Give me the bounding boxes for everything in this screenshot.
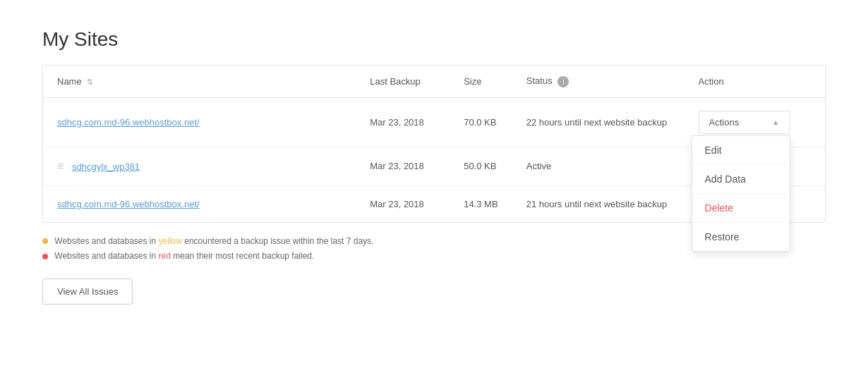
actions-dropdown-wrapper: Actions ▲ Edit Add Data Delete Restore: [699, 111, 790, 134]
view-all-issues-button[interactable]: View All Issues: [42, 278, 133, 305]
action-cell: Actions ▲ Edit Add Data Delete Restore: [685, 97, 825, 147]
col-header-action: Action: [685, 66, 825, 97]
drag-handle-icon[interactable]: ≡: [57, 160, 64, 172]
status-info-icon[interactable]: i: [557, 76, 569, 87]
status-cell: 22 hours until next website backup: [512, 97, 685, 147]
status-cell: Active: [512, 147, 685, 185]
site-name-cell: ≡ sdhcgylx_wp381: [43, 147, 356, 185]
site-name-cell: sdhcg.com.md-96.webhostbox.net/: [43, 97, 356, 147]
site-link[interactable]: sdhcg.com.md-96.webhostbox.net/: [57, 199, 200, 209]
table-row: sdhcg.com.md-96.webhostbox.net/ Mar 23, …: [43, 97, 825, 147]
col-header-name: Name ⇅: [43, 66, 356, 97]
size-cell: 50.0 KB: [450, 147, 512, 185]
page-title: My Sites: [42, 28, 826, 51]
page-container: My Sites Name ⇅ Last Backup Size Status …: [0, 0, 868, 333]
col-header-backup: Last Backup: [356, 66, 450, 97]
sort-icon[interactable]: ⇅: [87, 78, 93, 87]
status-cell: 21 hours until next website backup: [512, 185, 685, 222]
sites-table-container: Name ⇅ Last Backup Size Status i Action: [42, 65, 826, 223]
col-header-status: Status i: [512, 66, 685, 97]
chevron-up-icon: ▲: [772, 118, 780, 126]
dropdown-item-delete[interactable]: Delete: [692, 194, 790, 223]
backup-date-cell: Mar 23, 2018: [356, 147, 450, 185]
site-link[interactable]: sdhcg.com.md-96.webhostbox.net/: [57, 117, 200, 128]
col-header-size: Size: [450, 66, 512, 97]
red-text: red: [159, 251, 171, 261]
site-name-cell: sdhcg.com.md-96.webhostbox.net/: [43, 185, 356, 222]
backup-date-cell: Mar 23, 2018: [356, 97, 450, 147]
dropdown-item-restore[interactable]: Restore: [692, 223, 790, 251]
red-dot-icon: [42, 254, 48, 259]
yellow-dot-icon: [42, 238, 48, 244]
site-link[interactable]: sdhcgylx_wp381: [72, 161, 140, 172]
dropdown-item-add-data[interactable]: Add Data: [692, 165, 790, 194]
size-cell: 70.0 KB: [450, 97, 512, 147]
sites-table: Name ⇅ Last Backup Size Status i Action: [43, 66, 825, 222]
actions-button[interactable]: Actions ▲: [699, 111, 790, 134]
backup-date-cell: Mar 23, 2018: [356, 185, 450, 222]
yellow-text: yellow: [159, 236, 182, 246]
size-cell: 14.3 MB: [450, 185, 512, 222]
dropdown-item-edit[interactable]: Edit: [692, 136, 790, 165]
actions-dropdown-menu: Edit Add Data Delete Restore: [692, 135, 790, 252]
